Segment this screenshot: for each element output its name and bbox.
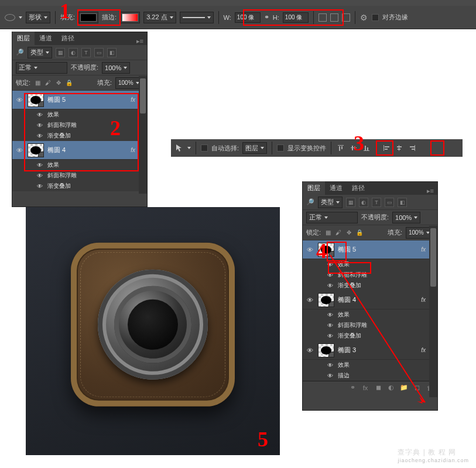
filter-shape-icon[interactable]: ▭ xyxy=(94,48,104,57)
tab-channels[interactable]: 通道 xyxy=(325,181,347,195)
layer-row[interactable]: 👁 椭圆 4 fx ▾ xyxy=(303,291,437,309)
group-icon[interactable]: 📁 xyxy=(400,384,408,392)
tab-paths[interactable]: 路径 xyxy=(57,32,79,45)
fx-icon[interactable]: fx xyxy=(361,384,369,392)
scrollbar[interactable] xyxy=(429,226,437,397)
autoselect-checkbox[interactable] xyxy=(201,144,208,152)
panel-menu-icon[interactable]: ▸≡ xyxy=(133,37,147,45)
autoselect-target-dropdown[interactable]: 图层 xyxy=(242,142,267,154)
lock-paint-icon[interactable]: 🖌 xyxy=(44,80,52,87)
stroke-width-field[interactable]: 3.22 点 xyxy=(143,12,176,23)
visibility-icon[interactable]: 👁 xyxy=(326,283,334,289)
visibility-icon[interactable]: 👁 xyxy=(326,373,334,379)
scrollbar[interactable] xyxy=(139,76,147,194)
visibility-icon[interactable]: 👁 xyxy=(36,183,44,190)
layer-filter-row: 🔎 类型 ▦ ◐ T ▭ ◧ xyxy=(12,45,147,60)
opacity-field[interactable]: 100% xyxy=(392,212,420,223)
effect-item[interactable]: 👁渐变叠加 xyxy=(12,181,147,191)
lock-all-icon[interactable]: 🔒 xyxy=(356,229,363,236)
fill-label: 填充: xyxy=(97,78,112,87)
filter-type-dropdown[interactable]: 类型 xyxy=(318,197,343,208)
filter-smart-icon[interactable]: ◧ xyxy=(107,48,117,57)
watermark: 查字典 | 教 程 网 jiaocheng.chazidian.com xyxy=(398,448,469,463)
lock-paint-icon[interactable]: 🖌 xyxy=(335,229,342,236)
stroke-style-dropdown[interactable] xyxy=(180,12,214,23)
divider xyxy=(331,142,331,154)
filter-type-icon[interactable]: T xyxy=(372,198,381,207)
visibility-icon[interactable]: 👁 xyxy=(326,312,334,318)
tab-layers[interactable]: 图层 xyxy=(303,181,325,195)
mask-icon[interactable]: ◼ xyxy=(374,384,382,392)
filter-type-icon[interactable]: T xyxy=(81,48,91,57)
effects-header[interactable]: 👁效果 xyxy=(303,360,437,370)
filter-pixel-icon[interactable]: ▦ xyxy=(346,198,355,207)
svg-rect-14 xyxy=(398,149,400,150)
visibility-icon[interactable]: 👁 xyxy=(305,347,314,354)
lock-trans-icon[interactable]: ▦ xyxy=(34,80,41,87)
new-layer-icon[interactable]: ◻ xyxy=(413,384,421,392)
filter-adjust-icon[interactable]: ◐ xyxy=(359,198,368,207)
filter-pixel-icon[interactable]: ▦ xyxy=(56,48,65,57)
layer-thumbnail[interactable] xyxy=(318,343,334,357)
layer-thumbnail[interactable] xyxy=(318,293,334,307)
visibility-icon[interactable]: 👁 xyxy=(326,322,334,329)
link-layers-icon[interactable]: ⚭ xyxy=(348,384,357,392)
chevron-down-icon[interactable] xyxy=(187,147,191,149)
layer-row[interactable]: 👁 椭圆 3 fx ▾ xyxy=(303,341,437,360)
highlight-1a xyxy=(77,9,121,26)
svg-rect-0 xyxy=(338,145,344,146)
effects-header[interactable]: 👁效果 xyxy=(303,309,437,320)
fx-badge[interactable]: fx xyxy=(421,246,426,253)
fx-badge[interactable]: fx xyxy=(421,347,426,353)
visibility-icon[interactable]: 👁 xyxy=(36,173,44,179)
effect-item[interactable]: 👁描边 xyxy=(303,370,437,381)
blend-mode-dropdown[interactable]: 正常 xyxy=(16,62,67,74)
panel-menu-icon[interactable]: ▸≡ xyxy=(423,187,437,195)
svg-rect-12 xyxy=(399,145,399,151)
effect-name: 渐变叠加 xyxy=(338,332,361,340)
blend-mode-dropdown[interactable]: 正常 xyxy=(306,212,358,223)
filter-shape-icon[interactable]: ▭ xyxy=(385,198,394,207)
tab-channels[interactable]: 通道 xyxy=(35,32,57,45)
filter-adjust-icon[interactable]: ◐ xyxy=(69,48,78,57)
scroll-thumb[interactable] xyxy=(140,78,146,113)
filter-smart-icon[interactable]: ◧ xyxy=(398,198,407,207)
visibility-icon[interactable]: 👁 xyxy=(305,297,314,304)
scroll-thumb[interactable] xyxy=(430,228,436,287)
svg-rect-4 xyxy=(352,146,353,150)
visibility-icon[interactable]: 👁 xyxy=(15,97,24,104)
adjustment-icon[interactable]: ◐ xyxy=(387,384,395,392)
fx-badge[interactable]: fx xyxy=(421,297,426,303)
move-tool-icon[interactable] xyxy=(176,144,184,152)
effect-item[interactable]: 👁斜面和浮雕 xyxy=(12,170,147,181)
show-transform-checkbox[interactable] xyxy=(277,144,284,152)
effect-item[interactable]: 👁斜面和浮雕 xyxy=(303,320,437,331)
filter-type-dropdown[interactable]: 类型 xyxy=(28,47,52,58)
chevron-down-icon xyxy=(44,16,47,19)
visibility-icon[interactable]: 👁 xyxy=(326,362,334,369)
align-top-icon[interactable] xyxy=(336,143,345,153)
annotation-1: 1 xyxy=(60,0,70,23)
gear-icon[interactable] xyxy=(360,13,368,22)
lock-pos-icon[interactable]: ✥ xyxy=(55,80,62,87)
app-menubar[interactable] xyxy=(0,0,476,6)
lock-all-icon[interactable]: 🔒 xyxy=(66,80,73,87)
lock-pos-icon[interactable]: ✥ xyxy=(345,229,352,236)
chevron-down-icon[interactable] xyxy=(19,16,22,19)
effect-item[interactable]: 👁渐变叠加 xyxy=(303,331,437,341)
visibility-icon[interactable]: 👁 xyxy=(15,147,24,154)
opacity-field[interactable]: 100% xyxy=(102,62,130,74)
lock-trans-icon[interactable]: ▦ xyxy=(324,229,331,236)
ellipse-tool-icon[interactable] xyxy=(5,14,15,21)
align-right-icon[interactable] xyxy=(407,143,417,153)
tab-layers[interactable]: 图层 xyxy=(12,32,35,45)
visibility-icon[interactable]: 👁 xyxy=(305,246,314,253)
fill-opacity-value: 100% xyxy=(118,80,133,86)
shape-mode-dropdown[interactable]: 形状 xyxy=(26,12,50,23)
align-hcenter-icon[interactable] xyxy=(395,143,404,153)
align-edges-checkbox[interactable] xyxy=(372,14,379,21)
effect-item[interactable]: 👁渐变叠加 xyxy=(303,280,437,291)
stroke-swatch-dropdown[interactable] xyxy=(120,12,140,23)
visibility-icon[interactable]: 👁 xyxy=(326,333,334,339)
tab-paths[interactable]: 路径 xyxy=(347,181,369,195)
